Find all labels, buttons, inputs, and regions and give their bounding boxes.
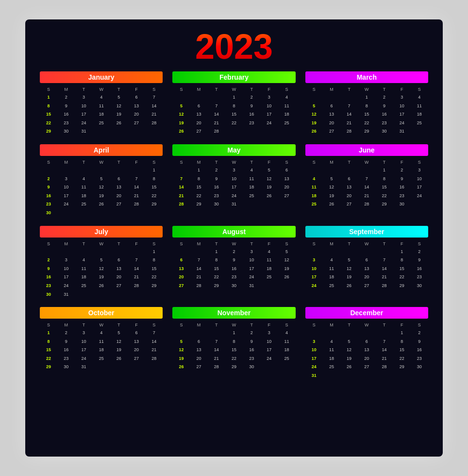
- day-header: S: [172, 86, 190, 93]
- day-header: M: [190, 86, 208, 93]
- day-cell: 3: [57, 256, 75, 264]
- empty-day: [323, 93, 340, 102]
- day-cell: 28: [375, 282, 393, 290]
- empty-day: [145, 209, 163, 217]
- day-cell: 21: [145, 110, 163, 119]
- month-grid-may: SMTWTFS123456789101112131415161718192021…: [172, 159, 295, 208]
- day-cell: 28: [340, 127, 358, 136]
- empty-day: [110, 127, 128, 136]
- day-cell: 29: [393, 363, 411, 371]
- day-header: S: [145, 322, 163, 328]
- day-cell: 5: [323, 175, 340, 183]
- day-cell: 30: [40, 290, 57, 299]
- empty-day: [323, 372, 340, 380]
- day-cell: 2: [40, 256, 57, 264]
- day-cell: 19: [278, 265, 295, 273]
- day-header: M: [190, 322, 208, 328]
- month-block-february: FebruarySMTWTFS1234567891011121314151617…: [172, 71, 295, 136]
- day-cell: 5: [172, 102, 190, 110]
- day-cell: 12: [323, 183, 340, 191]
- day-cell: 13: [278, 175, 295, 183]
- day-cell: 13: [172, 265, 190, 273]
- day-cell: 11: [305, 183, 323, 191]
- day-cell: 14: [190, 265, 208, 273]
- month-header-august: August: [172, 226, 295, 238]
- day-cell: 22: [145, 192, 163, 200]
- day-cell: 26: [93, 200, 110, 208]
- day-cell: 18: [243, 183, 260, 191]
- empty-day: [128, 127, 145, 136]
- day-cell: 27: [190, 363, 208, 371]
- day-cell: 1: [40, 329, 57, 337]
- day-cell: 15: [225, 110, 243, 119]
- day-header: M: [323, 240, 340, 247]
- day-cell: 22: [190, 192, 208, 200]
- day-cell: 2: [57, 329, 75, 337]
- day-cell: 14: [145, 102, 163, 110]
- empty-day: [278, 200, 295, 208]
- day-cell: 30: [243, 363, 260, 371]
- day-cell: 26: [172, 363, 190, 371]
- day-cell: 5: [172, 338, 190, 346]
- day-header: T: [75, 240, 92, 247]
- day-cell: 30: [208, 200, 225, 208]
- month-block-august: AugustSMTWTFS123456789101112131415161718…: [172, 226, 295, 299]
- day-cell: 9: [40, 183, 57, 191]
- empty-day: [93, 166, 110, 174]
- day-cell: 23: [243, 119, 260, 127]
- day-cell: 19: [260, 183, 278, 191]
- day-header: T: [208, 240, 225, 247]
- day-cell: 16: [40, 192, 57, 200]
- day-cell: 8: [225, 102, 243, 110]
- day-header: T: [208, 322, 225, 328]
- day-cell: 18: [278, 346, 295, 354]
- day-cell: 4: [75, 175, 92, 183]
- empty-day: [358, 372, 375, 380]
- day-cell: 13: [128, 338, 145, 346]
- day-cell: 8: [40, 102, 57, 110]
- day-cell: 9: [393, 175, 411, 183]
- day-cell: 7: [128, 256, 145, 264]
- day-cell: 8: [145, 175, 163, 183]
- day-cell: 8: [393, 338, 411, 346]
- day-cell: 4: [75, 256, 92, 264]
- day-cell: 20: [358, 273, 375, 281]
- day-cell: 15: [40, 346, 57, 354]
- empty-day: [75, 209, 92, 217]
- month-grid-december: SMTWTFS123456789101112131415161718192021…: [305, 322, 428, 380]
- day-header: T: [375, 159, 393, 166]
- day-cell: 28: [208, 363, 225, 371]
- empty-day: [358, 248, 375, 256]
- day-cell: 14: [128, 265, 145, 273]
- month-header-july: July: [40, 226, 163, 238]
- day-cell: 21: [208, 119, 225, 127]
- day-cell: 10: [411, 175, 428, 183]
- day-cell: 20: [190, 119, 208, 127]
- day-header: S: [172, 159, 190, 166]
- day-cell: 20: [358, 355, 375, 363]
- empty-day: [93, 290, 110, 299]
- day-cell: 4: [260, 248, 278, 256]
- day-cell: 26: [323, 200, 340, 208]
- day-header: T: [340, 240, 358, 247]
- day-header: S: [305, 322, 323, 328]
- empty-day: [375, 372, 393, 380]
- day-cell: 4: [93, 329, 110, 337]
- day-header: T: [75, 159, 92, 166]
- month-header-february: February: [172, 71, 295, 83]
- day-cell: 7: [190, 256, 208, 264]
- day-cell: 14: [145, 338, 163, 346]
- day-cell: 30: [57, 127, 75, 136]
- day-cell: 7: [145, 329, 163, 337]
- day-cell: 20: [110, 192, 128, 200]
- day-cell: 23: [208, 192, 225, 200]
- empty-day: [110, 166, 128, 174]
- month-header-january: January: [40, 71, 163, 83]
- month-header-june: June: [305, 144, 428, 156]
- day-cell: 25: [260, 273, 278, 281]
- empty-day: [243, 127, 260, 136]
- day-cell: 30: [393, 200, 411, 208]
- day-cell: 9: [225, 256, 243, 264]
- day-cell: 7: [375, 338, 393, 346]
- day-cell: 6: [190, 338, 208, 346]
